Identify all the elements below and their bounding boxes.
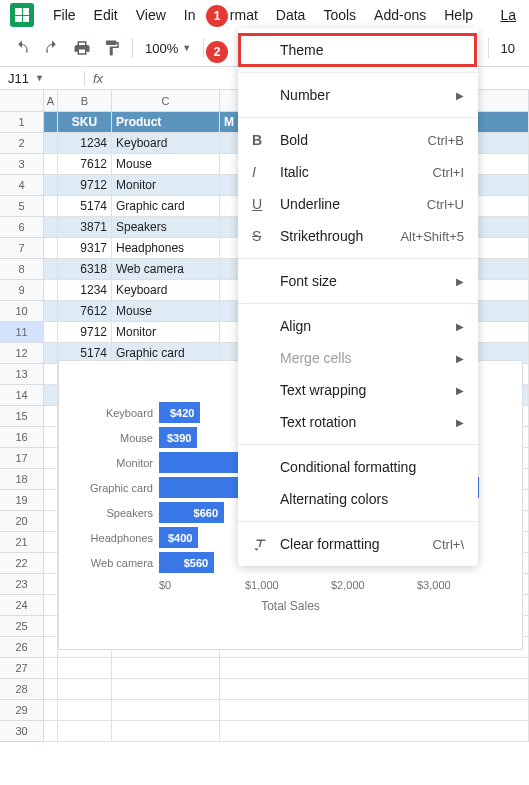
menu-merge[interactable]: Merge cells▶ (238, 342, 478, 374)
row-header[interactable]: 3 (0, 154, 44, 175)
callout-1: 1 (206, 5, 228, 27)
col-header-b[interactable]: B (58, 90, 112, 112)
axis-tick: $1,000 (245, 579, 331, 591)
format-menu: Theme Number▶ BBoldCtrl+B IItalicCtrl+I … (238, 28, 478, 566)
chart-xlabel: Total Sales (59, 599, 522, 613)
callout-2: 2 (206, 41, 228, 63)
bold-icon: B (252, 132, 280, 148)
redo-button[interactable] (38, 34, 66, 62)
row-header[interactable]: 14 (0, 385, 44, 406)
menu-help[interactable]: Help (435, 3, 482, 27)
menu-alternating[interactable]: Alternating colors (238, 483, 478, 515)
menu-bold[interactable]: BBoldCtrl+B (238, 124, 478, 156)
row-header[interactable]: 28 (0, 679, 44, 700)
row-header[interactable]: 16 (0, 427, 44, 448)
row-header[interactable]: 13 (0, 364, 44, 385)
underline-icon: U (252, 196, 280, 212)
axis-tick: $2,000 (331, 579, 417, 591)
col-header-c[interactable]: C (112, 90, 220, 112)
row-header[interactable]: 2 (0, 133, 44, 154)
row-header[interactable]: 30 (0, 721, 44, 742)
menu-last-edit[interactable]: La (491, 3, 525, 27)
row-header[interactable]: 17 (0, 448, 44, 469)
chevron-right-icon: ▶ (456, 385, 464, 396)
table-header-sku[interactable]: SKU (58, 112, 112, 133)
menu-view[interactable]: View (127, 3, 175, 27)
row-header[interactable]: 24 (0, 595, 44, 616)
menu-theme[interactable]: Theme (238, 34, 478, 66)
row-header[interactable]: 15 (0, 406, 44, 427)
row-header[interactable]: 12 (0, 343, 44, 364)
italic-icon: I (252, 164, 280, 180)
row-header[interactable]: 19 (0, 490, 44, 511)
menu-align[interactable]: Align▶ (238, 310, 478, 342)
row-header[interactable]: 8 (0, 259, 44, 280)
menu-file[interactable]: File (44, 3, 85, 27)
menu-insert[interactable]: In (175, 3, 205, 27)
font-size-input[interactable]: 10 (495, 41, 521, 56)
row-header[interactable]: 22 (0, 553, 44, 574)
paint-format-button[interactable] (98, 34, 126, 62)
menu-bar: File Edit View In Format Data Tools Add-… (0, 0, 529, 30)
chevron-right-icon: ▶ (456, 417, 464, 428)
menu-data[interactable]: Data (267, 3, 315, 27)
row-header[interactable]: 23 (0, 574, 44, 595)
row-header[interactable]: 5 (0, 196, 44, 217)
row-header[interactable]: 27 (0, 658, 44, 679)
row-header[interactable]: 25 (0, 616, 44, 637)
clear-format-icon (252, 535, 280, 553)
menu-tools[interactable]: Tools (314, 3, 365, 27)
row-header[interactable]: 1 (0, 112, 44, 133)
print-button[interactable] (68, 34, 96, 62)
menu-conditional[interactable]: Conditional formatting (238, 451, 478, 483)
chart-axis: $0$1,000$2,000$3,000 (59, 579, 522, 591)
chevron-right-icon: ▶ (456, 276, 464, 287)
row-header[interactable]: 6 (0, 217, 44, 238)
axis-tick: $3,000 (417, 579, 503, 591)
row-header[interactable]: 20 (0, 511, 44, 532)
table-header-product[interactable]: Product (112, 112, 220, 133)
row-header[interactable]: 21 (0, 532, 44, 553)
row-header[interactable]: 9 (0, 280, 44, 301)
menu-clear[interactable]: Clear formattingCtrl+\ (238, 528, 478, 560)
redo-icon (43, 39, 61, 57)
menu-wrap[interactable]: Text wrapping▶ (238, 374, 478, 406)
row-header[interactable]: 29 (0, 700, 44, 721)
name-box[interactable]: J11▼ (0, 71, 84, 86)
undo-icon (13, 39, 31, 57)
menu-rotate[interactable]: Text rotation▶ (238, 406, 478, 438)
chevron-right-icon: ▶ (456, 321, 464, 332)
row-header[interactable]: 11 (0, 322, 44, 343)
row-header[interactable]: 4 (0, 175, 44, 196)
undo-button[interactable] (8, 34, 36, 62)
select-all-corner[interactable] (0, 90, 44, 112)
paint-icon (103, 39, 121, 57)
col-header-a[interactable]: A (44, 90, 58, 112)
menu-fontsize[interactable]: Font size▶ (238, 265, 478, 297)
print-icon (73, 39, 91, 57)
chevron-right-icon: ▶ (456, 90, 464, 101)
menu-addons[interactable]: Add-ons (365, 3, 435, 27)
zoom-select[interactable]: 100%▼ (139, 41, 197, 56)
row-header[interactable]: 18 (0, 469, 44, 490)
row-header[interactable]: 26 (0, 637, 44, 658)
menu-edit[interactable]: Edit (85, 3, 127, 27)
axis-tick: $0 (159, 579, 245, 591)
sheets-logo (10, 3, 34, 27)
strike-icon: S (252, 228, 280, 244)
fx-label: fx (84, 71, 111, 86)
menu-underline[interactable]: UUnderlineCtrl+U (238, 188, 478, 220)
menu-number[interactable]: Number▶ (238, 79, 478, 111)
menu-strike[interactable]: SStrikethroughAlt+Shift+5 (238, 220, 478, 252)
chevron-right-icon: ▶ (456, 353, 464, 364)
row-header[interactable]: 7 (0, 238, 44, 259)
row-header[interactable]: 10 (0, 301, 44, 322)
menu-italic[interactable]: IItalicCtrl+I (238, 156, 478, 188)
